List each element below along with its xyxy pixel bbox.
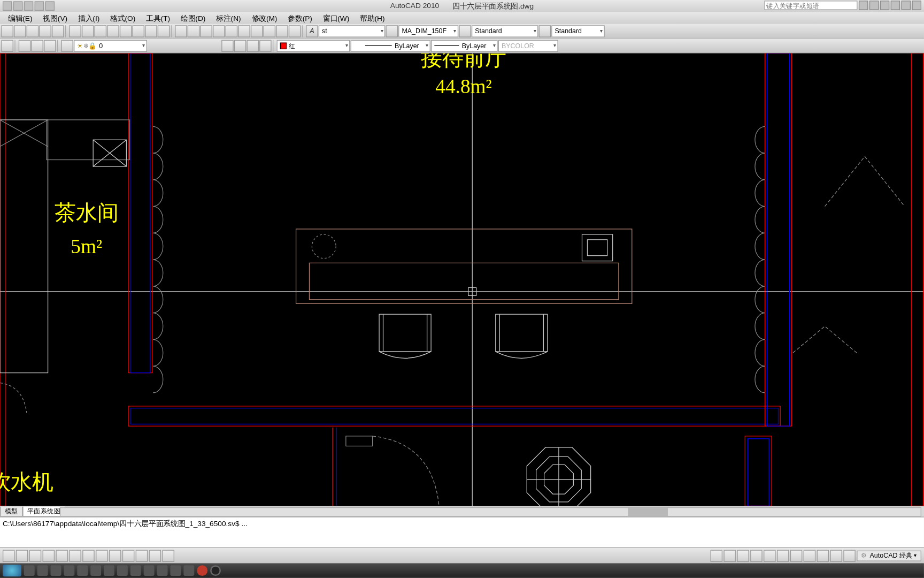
infocenter-btn-4[interactable] — [902, 1, 911, 10]
menu-dimension[interactable]: 标注(N) — [211, 13, 246, 23]
task-icon-5[interactable] — [77, 565, 88, 576]
status-btn-12[interactable] — [149, 550, 161, 561]
polar-btn[interactable] — [43, 550, 55, 561]
task-icon-7[interactable] — [104, 565, 114, 576]
dyn-btn[interactable] — [96, 550, 107, 561]
tool-icon-19[interactable] — [238, 25, 250, 37]
table-style-combo[interactable]: Standard — [472, 25, 538, 37]
status-r4[interactable] — [750, 550, 762, 561]
dim-style-combo[interactable]: MA_DIM_150F — [398, 25, 458, 37]
menu-tools[interactable]: 工具(T) — [141, 13, 175, 23]
lineweight-combo[interactable]: ByLayer — [431, 40, 497, 51]
linetype-combo[interactable]: ByLayer — [351, 40, 430, 51]
tool-icon-13[interactable] — [158, 25, 170, 37]
plotstyle-combo[interactable]: BYCOLOR — [498, 40, 558, 51]
dimstyle-icon[interactable] — [386, 25, 398, 37]
menu-window[interactable]: 窗口(W) — [318, 13, 355, 23]
tool-icon-20[interactable] — [251, 25, 263, 37]
status-r10[interactable] — [830, 550, 842, 561]
horizontal-scrollbar[interactable] — [60, 507, 921, 516]
text-style-combo[interactable]: st — [319, 25, 385, 37]
tool-icon-7[interactable] — [82, 25, 94, 37]
tool-icon-15[interactable] — [188, 25, 199, 37]
tool-line-icon[interactable] — [1, 25, 13, 37]
layer-combo[interactable]: ☀❄🔒 0 — [74, 40, 147, 51]
status-r7[interactable] — [790, 550, 802, 561]
tool-icon-14[interactable] — [175, 25, 187, 37]
layer-props-icon[interactable] — [61, 40, 73, 51]
qat-save-icon[interactable] — [24, 1, 33, 10]
task-icon-15[interactable] — [210, 565, 221, 576]
layer-icon-2[interactable] — [234, 40, 246, 51]
search-input[interactable] — [764, 1, 857, 10]
tool-pan-icon[interactable] — [14, 25, 26, 37]
status-r5[interactable] — [764, 550, 775, 561]
status-r6[interactable] — [776, 550, 788, 561]
task-icon-6[interactable] — [90, 565, 101, 576]
tool-zoom-win-icon[interactable] — [39, 25, 51, 37]
tool-icon-10[interactable] — [120, 25, 132, 37]
textstyle-icon[interactable]: A — [306, 25, 318, 37]
task-icon-2[interactable] — [37, 565, 48, 576]
tool-icon-21[interactable] — [264, 25, 275, 37]
help-icon[interactable] — [912, 1, 921, 10]
task-icon-4[interactable] — [64, 565, 74, 576]
tool-icon-18[interactable] — [226, 25, 237, 37]
menu-view[interactable]: 视图(V) — [37, 13, 73, 23]
tool-r2-3[interactable] — [31, 40, 43, 51]
lwt-btn[interactable] — [109, 550, 121, 561]
mleaderstyle-icon[interactable] — [539, 25, 551, 37]
tool-zoom-prev-icon[interactable] — [52, 25, 64, 37]
menu-help[interactable]: 帮助(H) — [355, 13, 390, 23]
tool-r2-1[interactable] — [1, 40, 13, 51]
search-icon[interactable] — [859, 1, 868, 10]
status-r8[interactable] — [803, 550, 815, 561]
color-combo[interactable]: 红 — [277, 40, 350, 51]
tab-layout1[interactable]: 平面系统图 — [22, 506, 65, 516]
status-r3[interactable] — [737, 550, 749, 561]
infocenter-btn-2[interactable] — [880, 1, 889, 10]
menu-insert[interactable]: 插入(I) — [73, 13, 105, 23]
menu-modify[interactable]: 修改(M) — [247, 13, 283, 23]
tool-r2-2[interactable] — [19, 40, 30, 51]
infocenter-btn-3[interactable] — [891, 1, 900, 10]
snap-btn[interactable] — [3, 550, 14, 561]
model-space-btn[interactable] — [710, 550, 722, 561]
tool-zoom-rt-icon[interactable] — [27, 25, 38, 37]
task-icon-1[interactable] — [24, 565, 35, 576]
menu-draw[interactable]: 绘图(D) — [175, 13, 211, 23]
qat-new-icon[interactable] — [3, 1, 12, 10]
tool-icon-16[interactable] — [200, 25, 212, 37]
ducs-btn[interactable] — [82, 550, 94, 561]
tablestyle-icon[interactable] — [459, 25, 471, 37]
ortho-btn[interactable] — [29, 550, 41, 561]
tool-icon-23[interactable] — [289, 25, 301, 37]
tool-r2-4[interactable] — [44, 40, 56, 51]
osnap-btn[interactable] — [56, 550, 67, 561]
drawing-canvas[interactable]: 接待前厅 44.8m² 茶水间 5m² 饮水机 中心总办公室 25m² — [0, 54, 924, 506]
hscroll-thumb[interactable] — [628, 508, 668, 516]
status-r9[interactable] — [817, 550, 828, 561]
tool-icon-8[interactable] — [95, 25, 106, 37]
menu-edit[interactable]: 编辑(E) — [3, 13, 38, 23]
tab-model[interactable]: 模型 — [0, 506, 22, 516]
command-window[interactable]: C:\Users\86177\appdata\local\temp\四十六层平面… — [0, 516, 924, 547]
tool-icon-17[interactable] — [213, 25, 225, 37]
tool-icon-6[interactable] — [69, 25, 81, 37]
qat-open-icon[interactable] — [13, 1, 22, 10]
menu-param[interactable]: 参数(P) — [282, 13, 318, 23]
grid-btn[interactable] — [16, 550, 28, 561]
tool-icon-12[interactable] — [145, 25, 157, 37]
task-icon-record[interactable] — [197, 565, 207, 576]
status-btn-11[interactable] — [136, 550, 148, 561]
workspace-switcher[interactable]: ⚙ AutoCAD 经典 ▾ — [857, 550, 921, 561]
infocenter-btn-1[interactable] — [869, 1, 879, 10]
qat-print-icon[interactable] — [35, 1, 44, 10]
task-icon-11[interactable] — [157, 565, 168, 576]
status-btn-13[interactable] — [163, 550, 174, 561]
qat-undo-icon[interactable] — [45, 1, 55, 10]
start-button[interactable] — [3, 565, 21, 576]
layer-icon-3[interactable] — [247, 40, 259, 51]
task-icon-13[interactable] — [183, 565, 194, 576]
task-icon-12[interactable] — [170, 565, 181, 576]
